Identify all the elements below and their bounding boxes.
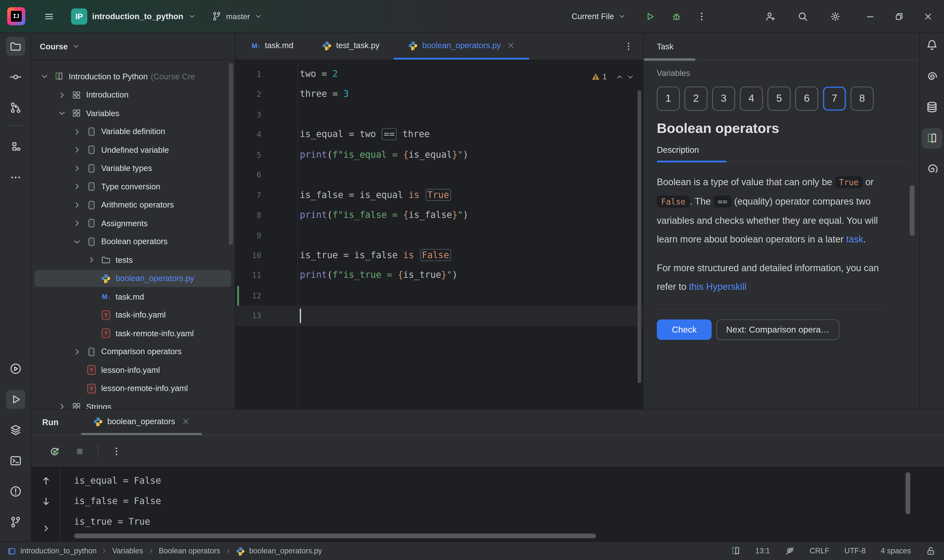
- console-h-scrollbar[interactable]: [74, 534, 596, 538]
- course-progress-icon[interactable]: [731, 546, 740, 556]
- vcs-branch-widget[interactable]: master: [212, 12, 262, 21]
- run-configuration-selector[interactable]: Current File: [572, 12, 626, 21]
- console-v-scrollbar[interactable]: [905, 472, 910, 514]
- pull-request-icon[interactable]: [6, 98, 25, 117]
- expand-console-button[interactable]: [37, 520, 54, 537]
- tree-item-lesson-remote-info-yaml[interactable]: Ylesson-remote-info.yaml: [31, 379, 235, 398]
- code-line-6[interactable]: 6: [236, 165, 643, 185]
- description-scrollbar[interactable]: [910, 185, 915, 236]
- tree-item-comparison-operators[interactable]: Comparison operators: [31, 343, 235, 361]
- step-card-4[interactable]: 4: [740, 87, 763, 111]
- tree-item-task-md[interactable]: M↓task.md: [31, 288, 235, 306]
- close-button[interactable]: [918, 6, 938, 26]
- indent[interactable]: 4 spaces: [881, 547, 911, 555]
- chevron-right-icon[interactable]: [72, 182, 82, 191]
- tree-item-strings[interactable]: Strings: [31, 398, 235, 409]
- code-line-7[interactable]: 7is_false = is_equal is True: [236, 185, 643, 205]
- tree-item-undefined-variable[interactable]: Undefined variable: [31, 141, 235, 159]
- code-line-5[interactable]: 5print(f"is_equal = {is_equal}"): [236, 145, 643, 165]
- step-card-3[interactable]: 3: [712, 87, 735, 111]
- play-circle-icon[interactable]: [6, 359, 25, 378]
- tree-item-variable-types[interactable]: Variable types: [31, 159, 235, 178]
- structure-icon[interactable]: [6, 137, 25, 156]
- chevron-down-icon[interactable]: [40, 72, 49, 81]
- editor-tab-boolean-operators-py[interactable]: boolean_operators.py: [394, 33, 529, 60]
- stop-button[interactable]: [71, 443, 88, 460]
- ai-assistant-icon[interactable]: [922, 67, 942, 87]
- rerun-button[interactable]: [46, 443, 63, 460]
- step-card-5[interactable]: 5: [768, 87, 790, 111]
- code-line-4[interactable]: 4is_equal = two == three: [236, 125, 643, 145]
- code-line-3[interactable]: 3: [236, 105, 643, 125]
- tab-options-button[interactable]: [620, 38, 637, 55]
- course-book-icon[interactable]: [922, 128, 942, 149]
- code-line-11[interactable]: 11print(f"is_true = {is_true}"): [236, 266, 643, 286]
- chevron-up-icon[interactable]: [615, 72, 624, 81]
- project-widget[interactable]: IP introduction_to_python: [71, 8, 197, 24]
- chevron-right-icon[interactable]: [72, 163, 82, 173]
- editor-scrollbar[interactable]: [637, 90, 641, 383]
- link[interactable]: this Hyperskill: [689, 282, 747, 292]
- link[interactable]: task: [846, 234, 863, 245]
- step-card-6[interactable]: 6: [795, 87, 818, 111]
- code-line-13[interactable]: 13: [236, 306, 643, 326]
- step-card-7[interactable]: 7: [823, 87, 846, 111]
- next-task-button[interactable]: Next: Comparison opera…: [717, 319, 839, 340]
- tree-item-arithmetic-operators[interactable]: Arithmetic operators: [31, 196, 235, 214]
- code-editor[interactable]: 1two = 22three = 334is_equal = two == th…: [236, 60, 643, 409]
- file-writable-icon[interactable]: [926, 546, 936, 556]
- breadcrumb-item[interactable]: introduction_to_python: [20, 547, 97, 555]
- python-console-icon[interactable]: [922, 159, 942, 179]
- chevron-down-icon[interactable]: [626, 72, 634, 81]
- code-with-me-button[interactable]: [760, 6, 780, 26]
- folder-icon[interactable]: [6, 37, 25, 56]
- run-icon[interactable]: [6, 390, 25, 409]
- code-line-10[interactable]: 10is_true = is_false is False: [236, 245, 643, 266]
- run-button[interactable]: [639, 6, 660, 26]
- minimize-button[interactable]: [860, 6, 880, 26]
- terminal-icon[interactable]: [6, 451, 25, 470]
- tree-item-introduction[interactable]: Introduction: [31, 86, 235, 104]
- restore-button[interactable]: [889, 6, 909, 26]
- chevron-right-icon[interactable]: [72, 145, 82, 155]
- caret-position[interactable]: 13:1: [755, 547, 770, 555]
- ai-status-icon[interactable]: [785, 546, 794, 556]
- check-button[interactable]: Check: [657, 319, 712, 340]
- task-tab-label[interactable]: Task: [657, 42, 674, 51]
- tree-item-tests[interactable]: tests: [31, 251, 235, 269]
- console-options-button[interactable]: [108, 443, 125, 460]
- tree-item-task-remote-info-yaml[interactable]: Ytask-remote-info.yaml: [31, 324, 235, 343]
- editor-tab-task-md[interactable]: M↓task.md: [236, 33, 308, 60]
- code-line-9[interactable]: 9: [236, 225, 643, 245]
- step-card-1[interactable]: 1: [657, 87, 680, 111]
- run-console[interactable]: is_equal = Falseis_false = Falseis_true …: [31, 467, 944, 542]
- settings-button[interactable]: [825, 6, 845, 26]
- prev-occurrence-button[interactable]: [37, 472, 54, 489]
- tree-item-variable-definition[interactable]: Variable definition: [31, 122, 235, 141]
- chevron-down-icon[interactable]: [57, 108, 67, 118]
- more-icon[interactable]: [6, 168, 25, 187]
- code-line-2[interactable]: 2three = 3: [236, 85, 643, 105]
- tree-scrollbar[interactable]: [229, 63, 233, 245]
- tree-item-type-conversion[interactable]: Type conversion: [31, 177, 235, 196]
- inspections-widget[interactable]: 1: [591, 72, 634, 81]
- chevron-right-icon[interactable]: [72, 347, 82, 356]
- more-run-options-button[interactable]: [691, 6, 711, 26]
- problems-icon[interactable]: [6, 482, 25, 501]
- course-panel-header[interactable]: Course: [31, 33, 235, 60]
- tree-item-variables[interactable]: Variables: [31, 104, 235, 123]
- breadcrumb-item[interactable]: Variables: [113, 547, 143, 555]
- line-separator[interactable]: CRLF: [810, 547, 830, 555]
- chevron-right-icon[interactable]: [87, 255, 96, 265]
- code-line-1[interactable]: 1two = 2: [236, 65, 643, 85]
- close-icon[interactable]: [507, 42, 515, 49]
- notifications-bell-icon[interactable]: [922, 35, 942, 55]
- search-everywhere-button[interactable]: [792, 6, 813, 26]
- description-tab[interactable]: Description: [657, 145, 905, 162]
- chevron-right-icon[interactable]: [72, 200, 82, 210]
- code-line-12[interactable]: 12: [236, 286, 643, 306]
- tree-item-task-info-yaml[interactable]: Ytask-info.yaml: [31, 306, 235, 324]
- chevron-right-icon[interactable]: [72, 127, 82, 136]
- tree-item-boolean-operators-py[interactable]: boolean_operators.py: [31, 269, 235, 288]
- tree-item-assignments[interactable]: Assignments: [31, 214, 235, 232]
